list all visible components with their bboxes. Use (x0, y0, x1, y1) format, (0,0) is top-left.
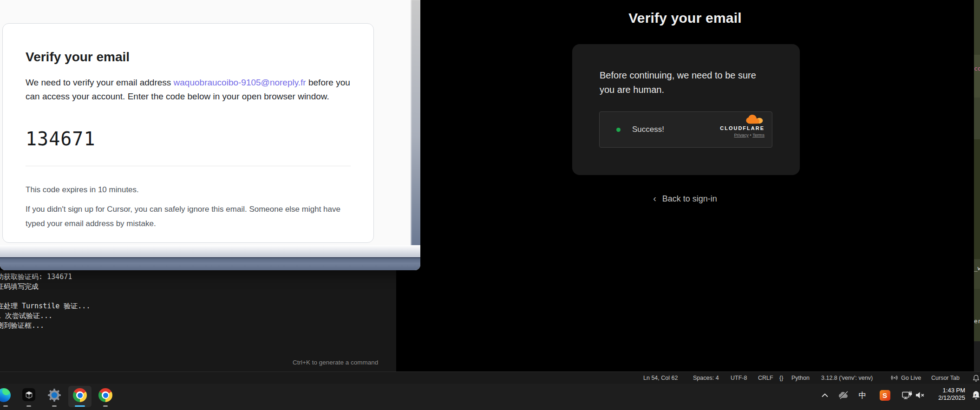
cloudflare-cloud-icon (744, 118, 764, 126)
link-separator: • (750, 132, 751, 137)
taskbar-active-indicator (75, 405, 85, 407)
chevron-up-icon[interactable] (819, 390, 830, 401)
cube-app-icon[interactable] (22, 388, 36, 402)
human-check-text: Before continuing, we need to be sure yo… (600, 68, 767, 97)
tray-time: 1:43 PM (938, 387, 965, 394)
code-fragment: _w (974, 265, 980, 272)
back-link-label: Back to sign-in (662, 194, 717, 203)
taskbar-running-indicator (3, 405, 8, 407)
back-chevron-icon: ‹ (653, 193, 656, 204)
editor-edge-block (974, 289, 980, 341)
terminal-line: 证码填写完成 (0, 282, 39, 291)
verification-code: 134671 (26, 128, 96, 150)
taskbar-running-indicator (26, 405, 31, 407)
terminal-ctrlk-hint: Ctrl+K to generate a command (293, 359, 378, 366)
editor-window-edge[interactable]: co _w er (974, 0, 980, 371)
editor-edge-block (974, 139, 980, 259)
human-check-card: Before continuing, we need to be sure yo… (572, 44, 800, 175)
code-fragment: co (974, 65, 980, 72)
python-interpreter-indicator[interactable]: 3.12.8 ('venv': venv) (821, 372, 873, 384)
scrollbar[interactable] (411, 0, 420, 246)
cursor-tab-indicator[interactable]: Cursor Tab (931, 372, 960, 384)
cursor-position-indicator[interactable]: Ln 54, Col 62 (643, 372, 678, 384)
editor-edge-block (974, 341, 980, 371)
monitor-plug-icon[interactable] (901, 390, 912, 401)
eol-indicator[interactable]: CRLF (758, 372, 773, 384)
encoding-indicator[interactable]: UTF-8 (731, 372, 747, 384)
editor-edge-block (974, 98, 980, 139)
status-bar: Ln 54, Col 62 Spaces: 4 UTF-8 CRLF {} Py… (0, 371, 980, 384)
indentation-indicator[interactable]: Spaces: 4 (693, 372, 719, 384)
chrome-icon[interactable] (98, 388, 112, 402)
desktop: Verify your email Before continuing, we … (0, 0, 980, 410)
taskbar-running-indicator (52, 405, 57, 407)
recipient-email-link[interactable]: waquobraucoibo-9105@noreply.fr (174, 78, 306, 87)
browser-window: Verify your email Before continuing, we … (396, 0, 974, 371)
bell-icon[interactable] (972, 374, 980, 384)
email-body: We need to verify your email address waq… (26, 76, 358, 104)
terminal-line: 在处理 Turnstile 验证... (0, 302, 90, 311)
verify-page-title: Verify your email (396, 10, 974, 26)
editor-edge-block (974, 259, 980, 289)
email-card: Verify your email We need to verify your… (2, 23, 374, 243)
turnstile-links: Privacy • Terms (720, 132, 764, 137)
cloudflare-branding: CLOUDFLARE Privacy • Terms (720, 114, 764, 137)
terminal-line: 测到验证框... (0, 321, 44, 330)
code-fragment: er (974, 318, 980, 325)
cloudflare-wordmark: CLOUDFLARE (720, 125, 764, 131)
terminal-line: 1 次尝试验证... (0, 312, 52, 320)
cloudflare-turnstile-widget[interactable]: Success! CLOUDFLARE Privacy • Terms (599, 111, 772, 148)
terminal-panel[interactable]: 功获取验证码: 134671 证码填写完成 在处理 Turnstile 验证..… (0, 270, 396, 371)
s-app-icon[interactable]: S (879, 390, 890, 401)
editor-edge-block (974, 0, 980, 55)
email-title: Verify your email (26, 50, 130, 65)
chrome-icon-active[interactable] (73, 388, 87, 402)
taskbar: 中 S (0, 384, 980, 410)
tray-clock[interactable]: 1:43 PM 2/12/2025 (938, 387, 965, 402)
back-to-sign-in-link[interactable]: ‹Back to sign-in (396, 193, 974, 204)
window-bottom-fade (0, 245, 420, 257)
editor-edge-block (974, 55, 980, 98)
success-dot-icon (616, 128, 621, 132)
window-bottom-bar (0, 257, 420, 270)
go-live-button[interactable]: Go Live (901, 372, 921, 384)
edge-icon[interactable] (0, 388, 11, 402)
email-client-window: Verify your email We need to verify your… (0, 0, 420, 270)
braces-icon: {} (779, 372, 783, 384)
bell-sleep-icon[interactable]: z (971, 390, 980, 401)
tray-date: 2/12/2025 (938, 394, 965, 402)
settings-gear-icon[interactable] (47, 388, 61, 402)
terms-link[interactable]: Terms (752, 132, 764, 137)
turnstile-status: Success! (632, 112, 664, 147)
broadcast-icon (891, 374, 898, 383)
language-indicator[interactable]: Python (791, 372, 810, 384)
privacy-link[interactable]: Privacy (734, 132, 749, 137)
code-expiry-note: This code expires in 10 minutes. (26, 185, 139, 195)
cloud-offline-icon[interactable] (838, 390, 849, 401)
speaker-muted-icon[interactable] (914, 390, 925, 401)
terminal-line: 功获取验证码: 134671 (0, 273, 72, 281)
ime-indicator[interactable]: 中 (857, 390, 868, 401)
taskbar-running-indicator (103, 405, 108, 407)
email-body-pre: We need to verify your email address (26, 78, 174, 87)
divider (26, 166, 351, 166)
email-footer-note: If you didn't sign up for Cursor, you ca… (26, 202, 352, 231)
